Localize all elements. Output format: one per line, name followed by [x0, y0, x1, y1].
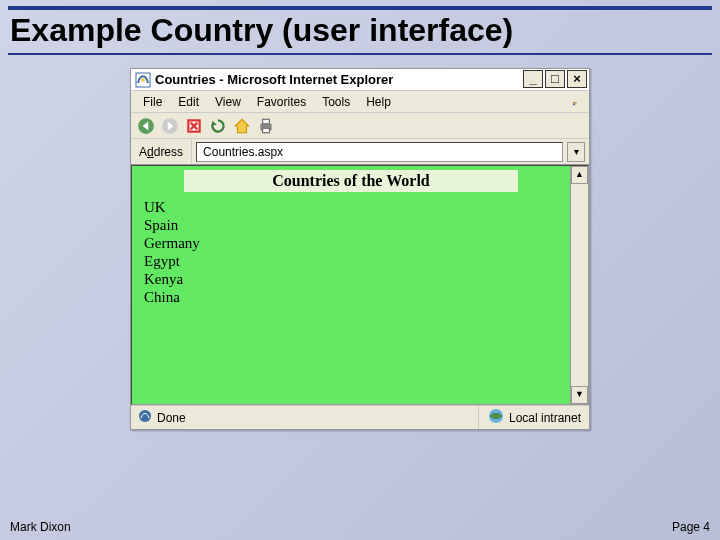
close-button[interactable]: × — [567, 70, 587, 88]
status-left: Done — [131, 406, 479, 429]
list-item: UK — [144, 198, 558, 216]
print-icon[interactable] — [257, 117, 275, 135]
country-list: UK Spain Germany Egypt Kenya China — [144, 198, 558, 306]
stop-icon[interactable] — [185, 117, 203, 135]
svg-rect-11 — [263, 128, 270, 133]
list-item: Kenya — [144, 270, 558, 288]
svg-rect-2 — [573, 103, 575, 104]
back-button[interactable] — [137, 117, 155, 135]
list-item: Germany — [144, 234, 558, 252]
address-input[interactable]: Countries.aspx — [196, 142, 563, 162]
status-right: Local intranet — [479, 406, 589, 429]
scroll-down-button[interactable]: ▼ — [571, 386, 588, 404]
slide-footer: Mark Dixon Page 4 — [10, 520, 710, 534]
scroll-up-button[interactable]: ▲ — [571, 166, 588, 184]
menu-file[interactable]: File — [135, 93, 170, 111]
address-label: Address — [131, 139, 192, 164]
home-icon[interactable] — [233, 117, 251, 135]
menu-tools[interactable]: Tools — [314, 93, 358, 111]
menu-favorites[interactable]: Favorites — [249, 93, 314, 111]
statusbar: Done Local intranet — [131, 405, 589, 429]
list-item: China — [144, 288, 558, 306]
svg-rect-5 — [575, 104, 577, 105]
svg-rect-3 — [575, 103, 577, 104]
list-item: Spain — [144, 216, 558, 234]
page-body: Countries of the World UK Spain Germany … — [132, 166, 570, 404]
slide-title-bar: Example Country (user interface) — [8, 6, 712, 55]
window-title: Countries - Microsoft Internet Explorer — [155, 72, 393, 87]
page-heading: Countries of the World — [184, 170, 518, 192]
toolbar — [131, 113, 589, 139]
browser-window: Countries - Microsoft Internet Explorer … — [130, 68, 590, 430]
slide-title: Example Country (user interface) — [8, 12, 712, 49]
vertical-scrollbar[interactable]: ▲ ▼ — [570, 166, 588, 404]
zone-icon — [487, 407, 505, 428]
maximize-button[interactable]: □ — [545, 70, 565, 88]
content-area: Countries of the World UK Spain Germany … — [131, 165, 589, 405]
zone-text: Local intranet — [509, 411, 581, 425]
footer-page: Page 4 — [672, 520, 710, 534]
window-controls: _ □ × — [523, 70, 587, 88]
svg-point-12 — [139, 410, 151, 422]
menubar: File Edit View Favorites Tools Help — [131, 91, 589, 113]
menu-help[interactable]: Help — [358, 93, 399, 111]
address-dropdown-button[interactable]: ▾ — [567, 142, 585, 162]
ie-status-icon — [137, 408, 153, 427]
list-item: Egypt — [144, 252, 558, 270]
svg-rect-10 — [263, 119, 270, 124]
svg-point-1 — [141, 78, 145, 82]
refresh-icon[interactable] — [209, 117, 227, 135]
status-text: Done — [157, 411, 186, 425]
minimize-button[interactable]: _ — [523, 70, 543, 88]
ie-logo-icon — [135, 72, 151, 88]
addressbar: Address Countries.aspx ▾ — [131, 139, 589, 165]
forward-button[interactable] — [161, 117, 179, 135]
footer-author: Mark Dixon — [10, 520, 71, 534]
svg-rect-4 — [573, 104, 575, 105]
menu-view[interactable]: View — [207, 93, 249, 111]
titlebar: Countries - Microsoft Internet Explorer … — [131, 69, 589, 91]
windows-flag-icon — [565, 93, 585, 111]
menu-edit[interactable]: Edit — [170, 93, 207, 111]
